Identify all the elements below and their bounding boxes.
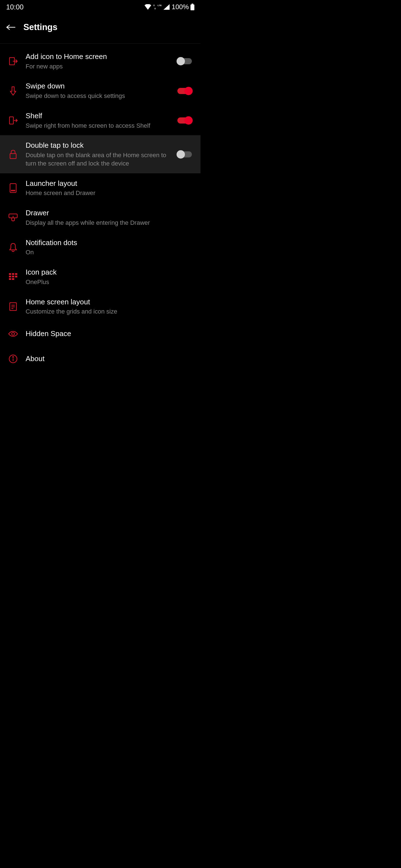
row-title: Swipe down [26,82,167,91]
svg-rect-16 [9,278,11,280]
back-arrow-icon[interactable] [6,25,16,30]
row-content: Drawer Display all the apps while enteri… [26,208,193,227]
svg-point-24 [13,356,13,358]
row-title: Hidden Space [26,329,190,339]
svg-rect-12 [15,273,17,275]
row-subtitle: Swipe right from home screen to access S… [26,122,167,130]
header: Settings [0,14,200,43]
row-subtitle: Customize the grids and icon size [26,307,190,316]
row-home-screen-layout[interactable]: Home screen layout Customize the grids a… [0,292,200,321]
row-content: Swipe down Swipe down to access quick se… [26,82,169,100]
row-content: Hidden Space [26,329,193,339]
row-subtitle: Display all the apps while entering the … [26,219,190,227]
svg-rect-1 [191,4,194,10]
row-notification-dots[interactable]: Notification dots On [0,232,200,262]
grid-icon [8,272,18,282]
row-subtitle: Home screen and Drawer [26,189,190,197]
row-subtitle: Swipe down to access quick settings [26,92,167,100]
svg-point-8 [14,190,15,191]
svg-rect-4 [10,154,16,159]
info-icon [8,353,18,364]
arrow-down-icon [8,86,18,96]
row-hidden-space[interactable]: Hidden Space [0,321,200,346]
row-subtitle: On [26,248,190,256]
row-content: Home screen layout Customize the grids a… [26,298,193,316]
phone-icon [8,183,18,193]
toggle-add-icon[interactable] [176,57,193,65]
export-icon [8,56,18,66]
row-drawer[interactable]: Drawer Display all the apps while enteri… [0,203,200,232]
row-about[interactable]: About [0,346,200,371]
drawer-icon [8,212,18,223]
eye-icon [8,329,18,339]
row-title: Shelf [26,111,167,121]
battery-percent: 100% [172,3,189,11]
row-title: Double tap to lock [26,141,167,150]
row-shelf[interactable]: Shelf Swipe right from home screen to ac… [0,106,200,135]
row-content: Add icon to Home screen For new apps [26,52,169,70]
row-title: Add icon to Home screen [26,52,167,61]
svg-rect-10 [9,273,11,275]
status-right: LTE 100% [144,3,194,11]
row-content: Notification dots On [26,238,193,256]
page-title: Settings [23,22,57,32]
document-icon [8,301,18,312]
status-bar: 10:00 LTE 100% [0,0,200,14]
row-content: Shelf Swipe right from home screen to ac… [26,111,169,130]
row-title: Notification dots [26,238,190,248]
svg-point-7 [13,190,13,191]
battery-icon [191,4,194,10]
row-title: Icon pack [26,268,190,277]
row-title: Drawer [26,208,190,218]
svg-rect-17 [12,278,14,280]
row-add-icon-home[interactable]: Add icon to Home screen For new apps [0,46,200,76]
toggle-swipe-down[interactable] [176,87,193,95]
row-icon-pack[interactable]: Icon pack OnePlus [0,262,200,291]
row-title: Launcher layout [26,179,190,188]
data-arrows-icon [153,3,156,11]
row-content: Launcher layout Home screen and Drawer [26,179,193,197]
row-double-tap-lock[interactable]: Double tap to lock Double tap on the bla… [0,135,200,173]
row-swipe-down[interactable]: Swipe down Swipe down to access quick se… [0,76,200,105]
row-title: About [26,354,190,364]
lte-label: LTE [157,4,162,7]
toggle-double-tap[interactable] [176,150,193,159]
bell-icon [8,242,18,253]
settings-list: Add icon to Home screen For new apps Swi… [0,44,200,371]
svg-rect-11 [12,273,14,275]
row-subtitle: Double tap on the blank area of the Home… [26,151,167,167]
svg-rect-15 [15,276,17,277]
signal-icon [164,4,170,10]
row-subtitle: For new apps [26,62,167,71]
svg-rect-14 [12,276,14,277]
svg-point-6 [11,190,12,191]
row-content: About [26,354,193,364]
row-content: Icon pack OnePlus [26,268,193,286]
lock-icon [8,149,18,160]
row-title: Home screen layout [26,298,190,307]
wifi-icon [144,4,151,10]
row-subtitle: OnePlus [26,278,190,286]
svg-rect-0 [192,4,193,4]
row-launcher-layout[interactable]: Launcher layout Home screen and Drawer [0,173,200,203]
status-time: 10:00 [6,3,24,11]
shelf-icon [8,115,18,126]
svg-rect-3 [9,117,13,124]
svg-point-22 [12,333,15,335]
toggle-shelf[interactable] [176,116,193,125]
svg-rect-13 [9,276,11,277]
row-content: Double tap to lock Double tap on the bla… [26,141,169,167]
